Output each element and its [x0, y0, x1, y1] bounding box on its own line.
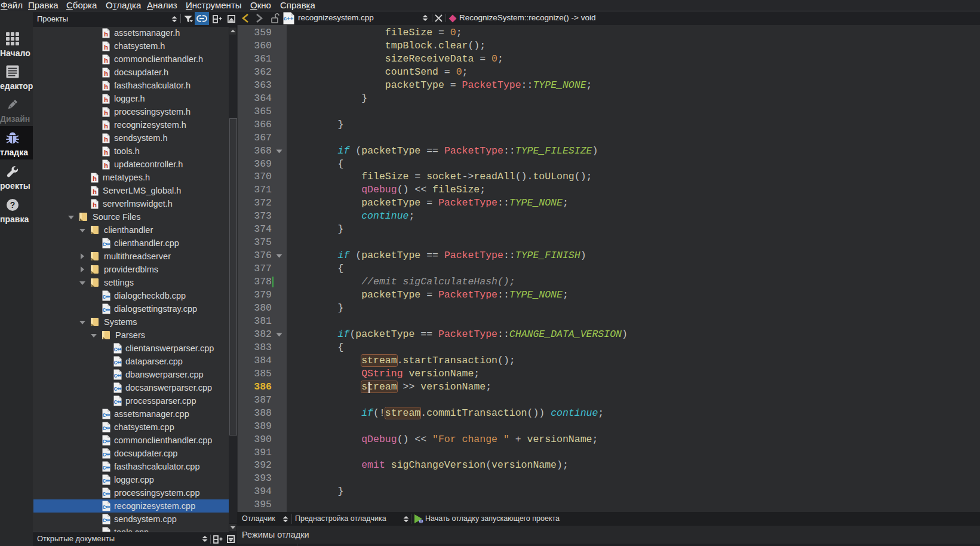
svg-text:c: c: [103, 450, 106, 458]
svg-text:c: c: [103, 477, 106, 484]
svg-text:c: c: [103, 437, 106, 444]
svg-text:h: h: [104, 70, 108, 77]
svg-text:?: ?: [10, 200, 16, 210]
svg-text:h: h: [104, 109, 108, 116]
svg-text:c++: c++: [284, 15, 294, 22]
svg-text:c: c: [103, 240, 106, 247]
svg-text:h: h: [104, 30, 108, 38]
svg-text:c: c: [103, 490, 106, 497]
svg-text:h: h: [104, 57, 108, 64]
svg-text:h: h: [104, 162, 108, 169]
svg-text:c: c: [103, 503, 106, 510]
svg-text:h: h: [93, 188, 97, 195]
svg-text:c: c: [103, 306, 106, 313]
svg-text:c: c: [103, 464, 106, 471]
svg-text:h: h: [104, 83, 108, 90]
svg-text:h: h: [93, 201, 97, 208]
svg-text:c: c: [103, 411, 106, 418]
svg-text:c: c: [103, 424, 106, 431]
svg-text:h: h: [104, 136, 108, 143]
svg-text:c: c: [103, 293, 106, 300]
svg-text:h: h: [93, 175, 97, 182]
svg-text:c: c: [114, 345, 118, 352]
svg-text:c: c: [103, 516, 106, 523]
svg-text:h: h: [104, 122, 108, 130]
svg-text:c: c: [114, 385, 118, 392]
svg-text:h: h: [104, 149, 108, 156]
svg-text:c: c: [114, 372, 118, 379]
svg-text:c: c: [114, 398, 118, 405]
svg-text:h: h: [104, 44, 108, 51]
svg-text:c: c: [114, 358, 118, 366]
svg-text:h: h: [104, 96, 108, 103]
